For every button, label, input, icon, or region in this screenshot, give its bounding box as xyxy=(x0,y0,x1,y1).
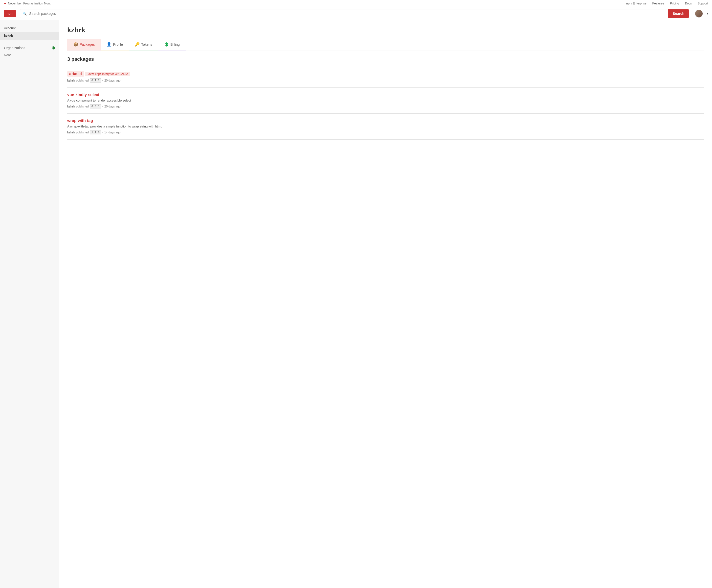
dot-ariaset: • xyxy=(102,79,103,82)
nav-pricing[interactable]: Pricing xyxy=(670,2,679,5)
header: npm 🔍 Search ▾ xyxy=(0,7,712,20)
dot-vue: • xyxy=(102,105,103,108)
tab-tokens-label: Tokens xyxy=(141,42,152,46)
nav-docs[interactable]: Docs xyxy=(685,2,692,5)
tab-packages-label: Packages xyxy=(80,42,95,46)
package-desc-tag-ariaset: JavaScript library for WAI-ARIA xyxy=(85,72,130,76)
package-name-wrap[interactable]: wrap-with-tag xyxy=(67,119,704,123)
nav-support[interactable]: Support xyxy=(698,2,708,5)
sidebar-orgs-header: Organizations ⊕ xyxy=(0,44,59,52)
table-row: ariaset JavaScript library for WAI-ARIA … xyxy=(67,66,704,88)
sidebar-item-user[interactable]: kzhrk xyxy=(0,32,59,40)
billing-icon: 💲 xyxy=(164,42,169,47)
package-desc-vue: A vue component to render accessible sel… xyxy=(67,99,704,102)
sidebar-orgs-none: None xyxy=(0,52,59,58)
packages-count: 3 packages xyxy=(67,56,704,62)
avatar-caret-icon[interactable]: ▾ xyxy=(707,12,708,15)
sidebar-account-label: Account xyxy=(0,24,59,32)
packages-icon: 📦 xyxy=(73,42,78,47)
package-meta-wrap: kzhrk published 1.1.0 • 14 days ago xyxy=(67,130,704,134)
package-age-wrap: 14 days ago xyxy=(104,131,120,134)
package-version-wrap: 1.1.0 xyxy=(90,130,101,134)
tab-tokens[interactable]: 🔑 Tokens xyxy=(129,39,158,50)
app-layout: Account kzhrk Organizations ⊕ None kzhrk… xyxy=(0,20,712,588)
profile-icon: 👤 xyxy=(106,42,111,47)
nav-enterprise[interactable]: npm Enterprise xyxy=(626,2,646,5)
tab-profile[interactable]: 👤 Profile xyxy=(101,39,129,50)
header-nav: ▾ xyxy=(695,9,708,18)
published-label-ariaset: published xyxy=(76,79,88,82)
package-publisher-wrap[interactable]: kzhrk xyxy=(67,131,75,134)
page-title: kzhrk xyxy=(67,26,704,34)
sidebar-orgs-label: Organizations xyxy=(4,46,25,50)
add-org-button[interactable]: ⊕ xyxy=(52,46,55,50)
table-row: vue-kindly-select A vue component to ren… xyxy=(67,88,704,114)
search-button[interactable]: Search xyxy=(668,9,689,18)
user-avatar[interactable] xyxy=(695,9,703,18)
heart-icon: ♥ xyxy=(4,1,6,5)
tokens-icon: 🔑 xyxy=(135,42,140,47)
package-name-ariaset[interactable]: ariaset xyxy=(67,71,84,77)
search-icon: 🔍 xyxy=(20,12,29,16)
published-label-wrap: published xyxy=(76,131,88,134)
tab-billing-label: Billing xyxy=(170,42,180,46)
tab-packages[interactable]: 📦 Packages xyxy=(67,39,101,50)
package-meta-ariaset: kzhrk published 0.1.2 • 20 days ago xyxy=(67,78,704,83)
package-age-ariaset: 20 days ago xyxy=(104,79,120,82)
package-name-vue[interactable]: vue-kindly-select xyxy=(67,93,704,97)
tab-billing[interactable]: 💲 Billing xyxy=(158,39,186,50)
tabs: 📦 Packages 👤 Profile 🔑 Tokens 💲 Billing xyxy=(67,39,704,50)
sidebar-account-section: Account kzhrk xyxy=(0,24,59,40)
package-version-vue: 0.0.1 xyxy=(90,104,101,108)
package-age-vue: 20 days ago xyxy=(104,105,120,108)
npm-logo[interactable]: npm xyxy=(4,10,16,17)
package-list: ariaset JavaScript library for WAI-ARIA … xyxy=(67,66,704,140)
package-version-ariaset: 0.1.2 xyxy=(90,78,101,83)
package-meta-vue: kzhrk published 0.0.1 • 20 days ago xyxy=(67,104,704,108)
search-container: 🔍 Search xyxy=(20,9,689,18)
sidebar-orgs-section: Organizations ⊕ None xyxy=(0,44,59,58)
dot-wrap: • xyxy=(102,131,103,134)
package-publisher-ariaset[interactable]: kzhrk xyxy=(67,79,75,82)
sidebar: Account kzhrk Organizations ⊕ None xyxy=(0,20,59,588)
published-label-vue: published xyxy=(76,105,88,108)
nav-features[interactable]: Features xyxy=(652,2,664,5)
tab-profile-label: Profile xyxy=(113,42,123,46)
announcement-text: November: Procrastination Month xyxy=(8,2,52,5)
main-content: kzhrk 📦 Packages 👤 Profile 🔑 Tokens 💲 Bi… xyxy=(59,20,712,588)
package-publisher-vue[interactable]: kzhrk xyxy=(67,105,75,108)
table-row: wrap-with-tag A wrap-with-tag provides a… xyxy=(67,114,704,140)
announcement-bar: ♥ November: Procrastination Month npm En… xyxy=(0,0,712,7)
search-input[interactable] xyxy=(29,9,668,18)
package-desc-wrap: A wrap-with-tag provides a simple functi… xyxy=(67,125,704,128)
